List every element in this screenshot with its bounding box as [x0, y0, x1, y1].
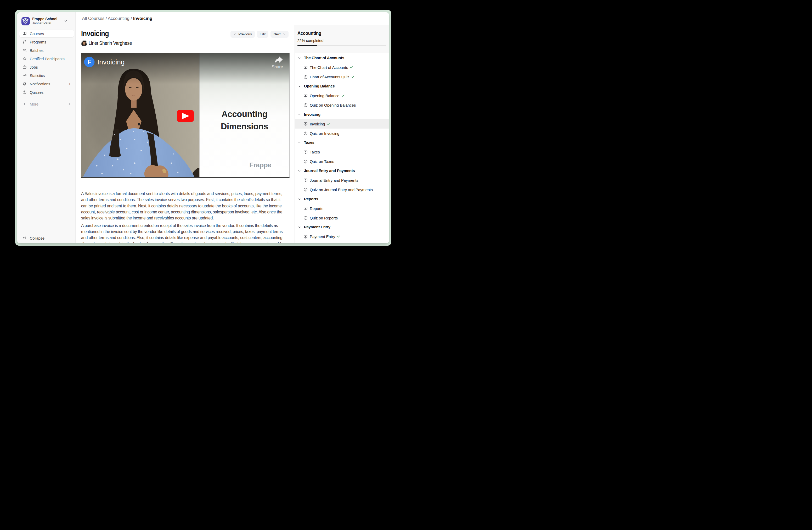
- svg-text:Accounting: Accounting: [221, 109, 267, 118]
- svg-text:Share: Share: [272, 64, 283, 69]
- svg-text:Dimensions: Dimensions: [221, 122, 268, 131]
- svg-text:Invoicing: Invoicing: [97, 58, 125, 66]
- svg-text:Frappe: Frappe: [249, 161, 271, 169]
- svg-text:F: F: [87, 58, 91, 65]
